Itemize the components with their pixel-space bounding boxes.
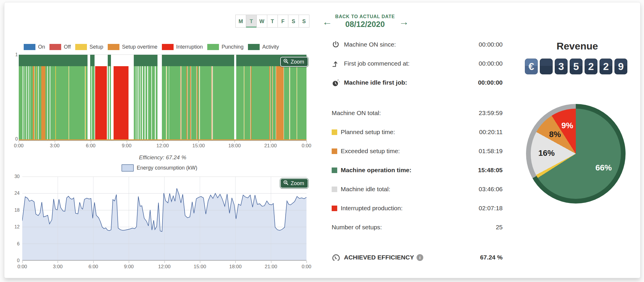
stat-value: 00:00:00 xyxy=(478,79,503,86)
stat-value: 15:48:05 xyxy=(478,167,503,174)
legend-swatch xyxy=(248,44,260,50)
stat-swatch xyxy=(332,148,337,154)
prev-day-arrow-icon[interactable]: ← xyxy=(322,16,332,28)
punching-bar xyxy=(143,66,145,140)
day-cell-6[interactable]: S xyxy=(299,15,309,28)
legend-item: On xyxy=(24,44,45,50)
dashboard: MTWTFSS ← BACK TO ACTUAL DATE 08/12/2020… xyxy=(0,0,644,282)
baseline-strip xyxy=(19,139,306,140)
dashboard-card: MTWTFSS ← BACK TO ACTUAL DATE 08/12/2020… xyxy=(4,2,640,278)
punching-bar xyxy=(284,66,289,140)
digit-tile: 2 xyxy=(585,59,597,74)
legend-swatch xyxy=(49,44,61,50)
revenue-counter: €35229 xyxy=(525,59,627,74)
legend-label: Punching xyxy=(222,44,244,50)
activity-bar xyxy=(90,55,95,66)
x-tick-mark xyxy=(58,261,58,263)
magnifier-icon xyxy=(283,58,289,65)
energy-legend-label: Energy consumption (kW) xyxy=(137,165,197,171)
legend-item: Off xyxy=(49,44,71,50)
stat-label: Number of setups: xyxy=(332,224,382,231)
x-tick-mark xyxy=(19,141,19,143)
stat-value: 00:00:00 xyxy=(479,41,503,48)
timeline-zoom-button[interactable]: Zoom xyxy=(280,57,308,67)
punching-bar xyxy=(273,66,276,140)
stat-label: Machine idle total: xyxy=(341,186,390,193)
idle-clock-icon: zz xyxy=(332,78,342,87)
legend-label: Setup xyxy=(90,44,103,50)
stat-row: Interrupted production:02:07:18 xyxy=(332,202,503,214)
day-cell-1[interactable]: T xyxy=(246,15,257,28)
punching-bar xyxy=(152,66,155,140)
back-to-actual-date[interactable]: BACK TO ACTUAL DATE 08/12/2020 xyxy=(333,14,397,29)
x-tick-mark xyxy=(306,141,307,143)
x-tick-mark xyxy=(127,141,127,143)
x-tick-label: 21:00 xyxy=(264,143,277,149)
stat-label: Exceeded setup time: xyxy=(341,148,400,155)
setup-overtime-bar xyxy=(186,66,187,140)
info-icon[interactable]: i xyxy=(417,254,423,261)
punching-bar xyxy=(251,66,269,140)
punching-bar xyxy=(148,66,151,140)
setup-bar xyxy=(55,66,56,140)
current-date: 08/12/2020 xyxy=(333,20,397,29)
day-cell-4[interactable]: F xyxy=(278,15,288,28)
energy-zoom-button[interactable]: Zoom xyxy=(280,178,308,188)
punching-bar xyxy=(244,66,250,140)
x-tick-label: 3:00 xyxy=(50,143,59,149)
punching-bar xyxy=(141,66,142,140)
x-tick-label: 15:00 xyxy=(192,143,205,149)
energy-y-tick-label: 0 xyxy=(11,258,20,263)
x-tick-label: 15:00 xyxy=(194,264,206,270)
legend-swatch xyxy=(108,44,119,50)
punching-bar xyxy=(27,66,28,140)
punching-bar xyxy=(23,66,24,140)
day-cell-0[interactable]: M xyxy=(235,15,246,28)
energy-legend: Energy consumption (kW) xyxy=(121,164,197,172)
x-tick-mark xyxy=(234,141,235,143)
day-cell-2[interactable]: W xyxy=(256,15,267,28)
activity-bar xyxy=(108,55,111,66)
punching-bar xyxy=(236,66,244,140)
stat-swatch xyxy=(332,206,337,211)
legend-item: Punching xyxy=(207,44,244,50)
digit-tile xyxy=(540,59,553,74)
legend-label: Interruption xyxy=(176,44,203,50)
x-tick-mark xyxy=(306,261,307,263)
punching-bar xyxy=(213,66,234,140)
punching-bar xyxy=(92,66,95,140)
timeline-ytick-1: 1 xyxy=(9,52,18,57)
punching-bar xyxy=(37,66,38,140)
efficiency-caption: Efficiency: 67.24 % xyxy=(19,154,306,161)
x-tick-label: 18:00 xyxy=(229,264,242,270)
x-tick-label: 9:00 xyxy=(122,143,131,149)
punching-bar xyxy=(156,66,157,140)
legend-swatch xyxy=(24,44,35,50)
digit-tile: 3 xyxy=(555,59,568,74)
x-tick-label: 21:00 xyxy=(265,264,277,270)
pie-percent-label: 8% xyxy=(549,130,561,139)
pie-percent-label: 9% xyxy=(561,121,573,130)
energy-y-tick-label: 18 xyxy=(11,208,20,213)
next-day-arrow-icon[interactable]: → xyxy=(399,16,409,28)
energy-chart xyxy=(22,177,306,261)
stat-value: 00:00:00 xyxy=(479,60,503,67)
gauge-icon xyxy=(332,253,342,262)
setup-bar xyxy=(36,66,36,140)
power-icon xyxy=(332,40,342,49)
punching-bar xyxy=(270,66,272,140)
energy-y-tick-label: 24 xyxy=(11,191,20,196)
x-tick-label: 12:00 xyxy=(156,143,169,149)
punching-bar xyxy=(297,66,306,140)
day-cell-3[interactable]: T xyxy=(267,15,278,28)
x-tick-mark xyxy=(55,141,55,143)
x-tick-label: 0:00 xyxy=(17,264,27,270)
energy-area-series xyxy=(22,177,306,261)
x-tick-label: 3:00 xyxy=(53,264,63,270)
back-to-actual-date-label[interactable]: BACK TO ACTUAL DATE xyxy=(333,14,397,19)
setup-overtime-bar xyxy=(197,66,197,140)
setup-overtime-bar xyxy=(276,66,284,140)
day-cell-5[interactable]: S xyxy=(288,15,299,28)
stat-row: Number of setups:25 xyxy=(332,221,503,233)
magnifier-icon xyxy=(283,180,289,187)
